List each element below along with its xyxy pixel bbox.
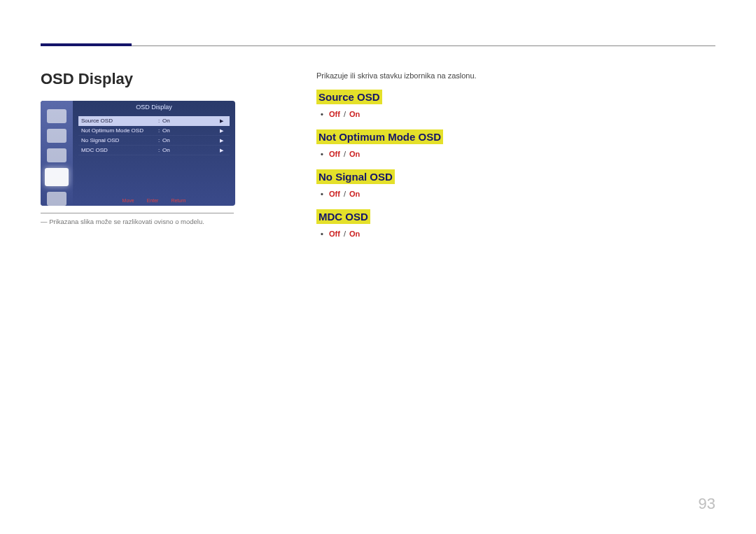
osd-row-label: MDC OSD xyxy=(81,147,158,153)
screenshot-note: ― Prikazana slika može se razlikovati ov… xyxy=(41,218,237,225)
osd-icon xyxy=(47,129,66,143)
page-number: 93 xyxy=(699,495,715,513)
setting-heading-not-optimum: Not Optimum Mode OSD xyxy=(316,129,443,144)
option-off: Off xyxy=(329,110,340,118)
setting-options: Off / On xyxy=(316,150,645,158)
header-divider xyxy=(41,45,715,46)
left-column: OSD Display OSD Display Source OSD : On … xyxy=(41,70,237,225)
osd-row-value: On xyxy=(162,118,220,124)
osd-icon-strip xyxy=(41,101,73,206)
osd-row: MDC OSD : On ▶ xyxy=(78,146,230,155)
osd-panel-body: Source OSD : On ▶ Not Optimum Mode OSD :… xyxy=(78,116,230,155)
osd-row-value: On xyxy=(162,147,220,153)
osd-menu-screenshot: OSD Display Source OSD : On ▶ Not Optimu… xyxy=(41,101,235,206)
osd-row-label: No Signal OSD xyxy=(81,137,158,143)
osd-footer-move: Move xyxy=(122,198,134,203)
setting-heading-no-signal: No Signal OSD xyxy=(316,169,395,184)
osd-row: Not Optimum Mode OSD : On ▶ xyxy=(78,126,230,136)
osd-row-value: On xyxy=(162,137,220,143)
note-text: Prikazana slika može se razlikovati ovis… xyxy=(49,218,204,225)
osd-icon xyxy=(47,109,66,123)
setting-heading-mdc-osd: MDC OSD xyxy=(316,209,370,224)
osd-row-arrow-icon: ▶ xyxy=(220,138,227,143)
right-column: Prikazuje ili skriva stavku izbornika na… xyxy=(316,71,645,249)
osd-row-selected: Source OSD : On ▶ xyxy=(78,116,230,126)
intro-text: Prikazuje ili skriva stavku izbornika na… xyxy=(316,71,645,80)
osd-footer-return: Return xyxy=(171,198,186,203)
setting-heading-source-osd: Source OSD xyxy=(316,90,382,104)
osd-row-arrow-icon: ▶ xyxy=(220,148,227,153)
osd-row-label: Source OSD xyxy=(81,118,158,124)
osd-panel-title: OSD Display xyxy=(73,104,235,113)
osd-row-label: Not Optimum Mode OSD xyxy=(81,127,158,134)
osd-row-arrow-icon: ▶ xyxy=(220,118,227,124)
osd-footer-enter: Enter xyxy=(147,198,159,203)
osd-icon xyxy=(47,148,66,162)
option-on: On xyxy=(349,150,360,158)
option-off: Off xyxy=(329,150,340,158)
osd-icon xyxy=(47,192,66,206)
osd-icon-selected xyxy=(45,168,69,186)
option-on: On xyxy=(349,190,360,198)
osd-row: No Signal OSD : On ▶ xyxy=(78,136,230,146)
option-off: Off xyxy=(329,230,340,238)
option-on: On xyxy=(349,110,360,118)
setting-options: Off / On xyxy=(316,110,645,118)
option-on: On xyxy=(349,230,360,238)
setting-options: Off / On xyxy=(316,190,645,198)
osd-row-value: On xyxy=(162,127,220,134)
option-off: Off xyxy=(329,190,340,198)
osd-row-arrow-icon: ▶ xyxy=(220,128,227,134)
osd-footer: Move Enter Return xyxy=(73,198,235,203)
note-divider xyxy=(41,213,234,213)
header-accent-bar xyxy=(41,43,132,46)
note-prefix: ― xyxy=(41,218,48,225)
section-title: OSD Display xyxy=(41,70,237,88)
setting-options: Off / On xyxy=(316,230,645,238)
